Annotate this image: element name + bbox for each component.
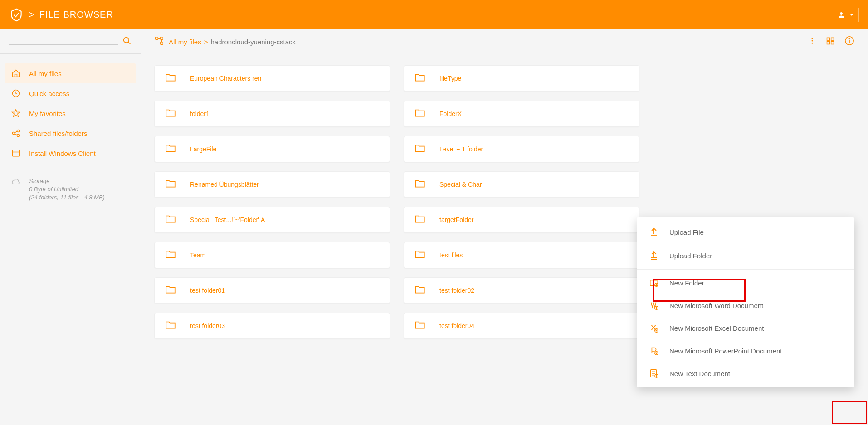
folder-name: fileType — [439, 75, 461, 82]
folder-name: LargeFile — [190, 145, 216, 153]
menu-new-folder[interactable]: New Folder — [637, 271, 854, 294]
search-icon[interactable] — [122, 36, 132, 47]
folder-card[interactable]: FolderX — [404, 101, 639, 127]
new-folder-icon — [648, 278, 660, 288]
folder-name: test folder03 — [190, 322, 225, 329]
svg-rect-10 — [827, 42, 830, 44]
folder-card[interactable]: Level + 1 folder — [404, 136, 639, 162]
sidebar-item-shared[interactable]: Shared files/folders — [5, 123, 136, 143]
sidebar-item-label: Install Windows Client — [29, 150, 96, 157]
cloud-icon — [11, 177, 21, 202]
folder-card[interactable]: test folder03 — [154, 313, 390, 339]
menu-new-word[interactable]: New Microsoft Word Document — [637, 294, 854, 317]
sidebar-item-label: All my files — [29, 70, 62, 77]
svg-point-0 — [124, 37, 129, 43]
excel-icon — [648, 323, 660, 333]
sitemap-icon — [154, 36, 164, 48]
folder-card[interactable]: folder1 — [154, 101, 390, 127]
breadcrumb-root[interactable]: All my files — [169, 38, 201, 46]
menu-label: New Microsoft Excel Document — [669, 324, 764, 332]
text-doc-icon — [648, 368, 660, 378]
upload-folder-icon — [648, 250, 660, 261]
sidebar-item-all-files[interactable]: All my files — [5, 63, 136, 83]
folder-icon — [413, 142, 427, 156]
search-area — [0, 29, 141, 54]
folder-name: test files — [439, 251, 463, 259]
app-logo-icon — [9, 8, 24, 22]
folder-card[interactable]: test folder02 — [404, 277, 639, 304]
folder-card[interactable]: test folder01 — [154, 277, 390, 304]
more-icon[interactable] — [808, 36, 816, 47]
folder-card[interactable]: LargeFile — [154, 136, 390, 162]
svg-point-6 — [812, 40, 813, 42]
sidebar-item-install-client[interactable]: Install Windows Client — [5, 143, 136, 163]
menu-upload-folder[interactable]: Upload Folder — [637, 244, 854, 267]
folder-icon — [413, 213, 427, 227]
folder-name: Renamed Übungsblätter — [190, 181, 259, 188]
folder-card[interactable]: test files — [404, 242, 639, 268]
toolbar-actions — [808, 36, 868, 48]
menu-divider — [637, 269, 854, 270]
storage-summary: Storage 0 Byte of Unlimited (24 folders,… — [5, 174, 136, 205]
folder-icon — [413, 284, 427, 297]
user-menu-button[interactable] — [832, 8, 859, 22]
folder-icon — [164, 213, 177, 227]
svg-rect-19 — [13, 150, 20, 156]
folder-card[interactable]: European Characters ren — [154, 65, 390, 92]
folder-name: FolderX — [439, 110, 462, 117]
sidebar-item-label: My favorites — [29, 110, 66, 117]
storage-line2: (24 folders, 11 files - 4.8 MB) — [29, 193, 105, 202]
window-icon — [11, 149, 21, 158]
sidebar: All my files Quick access My favorites S… — [0, 54, 141, 425]
chevron-down-icon — [849, 13, 854, 17]
folder-icon — [164, 107, 177, 121]
folder-icon — [164, 142, 177, 156]
folder-name: test folder02 — [439, 287, 474, 294]
folder-name: Special_Test...!`~'Folder' A — [190, 216, 265, 223]
menu-new-text[interactable]: New Text Document — [637, 362, 854, 385]
sidebar-item-label: Shared files/folders — [29, 130, 87, 137]
view-grid-icon[interactable] — [825, 36, 835, 47]
sidebar-item-quick-access[interactable]: Quick access — [5, 83, 136, 103]
svg-rect-3 — [161, 37, 163, 40]
menu-upload-file[interactable]: Upload File — [637, 220, 854, 244]
folder-card[interactable]: fileType — [404, 65, 639, 92]
menu-label: Upload File — [669, 228, 704, 236]
info-icon[interactable] — [844, 36, 854, 48]
breadcrumb-separator: > — [204, 38, 208, 46]
folder-card[interactable]: Team — [154, 242, 390, 268]
menu-label: Upload Folder — [669, 252, 712, 260]
svg-point-5 — [812, 38, 813, 39]
svg-rect-11 — [831, 42, 834, 44]
folder-name: Level + 1 folder — [439, 145, 483, 153]
folder-card[interactable]: Special_Test...!`~'Folder' A — [154, 207, 390, 233]
svg-line-1 — [128, 42, 131, 44]
folder-icon — [413, 248, 427, 262]
breadcrumb-current: hadroncloud-yuening-cstack — [210, 38, 296, 46]
menu-new-excel[interactable]: New Microsoft Excel Document — [637, 317, 854, 339]
search-input[interactable] — [9, 39, 118, 45]
folder-card[interactable]: test folder04 — [404, 313, 639, 339]
folder-icon — [164, 72, 177, 85]
svg-rect-4 — [161, 42, 163, 45]
header-right — [832, 8, 859, 22]
svg-rect-9 — [831, 38, 834, 40]
storage-title: Storage — [29, 177, 105, 185]
sidebar-item-favorites[interactable]: My favorites — [5, 103, 136, 123]
folder-card[interactable]: Special & Char — [404, 171, 639, 198]
header-left: > FILE BROWSER — [9, 8, 113, 22]
menu-label: New Microsoft Word Document — [669, 302, 763, 309]
folder-icon — [164, 284, 177, 297]
upload-file-icon — [648, 227, 660, 237]
folder-name: European Characters ren — [190, 75, 261, 82]
menu-new-ppt[interactable]: New Microsoft PowerPoint Document — [637, 339, 854, 362]
folder-icon — [413, 72, 427, 85]
folder-card[interactable]: Renamed Übungsblätter — [154, 171, 390, 198]
folder-icon — [164, 178, 177, 191]
powerpoint-icon — [648, 346, 660, 356]
folder-card[interactable]: targetFolder — [404, 207, 639, 233]
star-icon — [11, 109, 21, 118]
svg-point-7 — [812, 43, 813, 44]
header-separator: > — [29, 10, 35, 20]
create-menu: Upload File Upload Folder New Folder New… — [637, 217, 854, 387]
